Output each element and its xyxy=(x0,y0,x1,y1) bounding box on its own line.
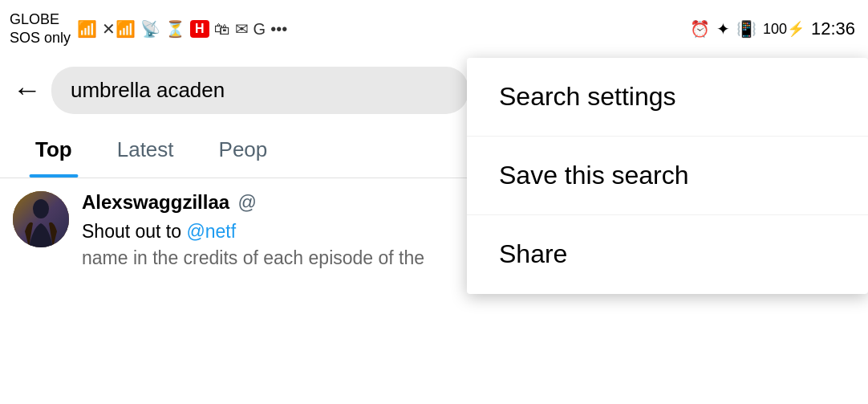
alarm-icon: ⏰ xyxy=(690,19,710,39)
tab-people[interactable]: Peop xyxy=(197,122,290,178)
more-icon: ••• xyxy=(270,20,287,39)
google-icon: G xyxy=(254,20,266,39)
signal-x-icon: ✕📶 xyxy=(102,19,136,39)
svg-point-2 xyxy=(33,199,49,218)
dropdown-item-save-search[interactable]: Save this search xyxy=(467,137,868,215)
dropdown-item-search-settings[interactable]: Search settings xyxy=(467,58,868,137)
wifi-icon: 📡 xyxy=(140,19,160,39)
carrier-name: GLOBE xyxy=(10,10,71,29)
vibrate-icon: 📳 xyxy=(736,19,756,39)
bluetooth-icon: ✦ xyxy=(716,19,730,39)
search-input[interactable]: umbrella acaden xyxy=(51,67,468,114)
back-button[interactable]: ← xyxy=(13,73,42,107)
tweet-author: Alexswaggzillaa xyxy=(82,191,229,213)
tweet-link[interactable]: @netf xyxy=(186,221,236,242)
hourglass-icon: ⏳ xyxy=(165,19,185,39)
network-type: SOS only xyxy=(10,29,71,47)
carrier-info: GLOBE SOS only xyxy=(10,10,71,48)
shopee-icon: 🛍 xyxy=(214,20,230,39)
dropdown-item-share[interactable]: Share xyxy=(467,215,868,294)
status-icons-right: ⏰ ✦ 📳 100 ⚡ 12:36 xyxy=(690,18,855,39)
gmail-icon: ✉ xyxy=(235,19,249,39)
tweet-text-1: Shout out to xyxy=(82,221,186,242)
time-display: 12:36 xyxy=(811,18,855,39)
tab-latest[interactable]: Latest xyxy=(95,122,197,178)
avatar xyxy=(13,191,69,247)
tweet-handle: @ xyxy=(238,192,257,213)
status-bar: GLOBE SOS only 📶 ✕📶 📡 ⏳ H 🛍 ✉ G ••• ⏰ ✦ … xyxy=(0,0,868,58)
tab-top[interactable]: Top xyxy=(13,122,95,178)
battery-level: 100 xyxy=(763,21,787,38)
signal-bars-icon: 📶 xyxy=(77,19,97,39)
huawei-icon: H xyxy=(190,20,209,38)
battery-icon: 100 ⚡ xyxy=(763,20,805,38)
status-icons-left: 📶 ✕📶 📡 ⏳ H 🛍 ✉ G ••• xyxy=(77,19,287,39)
dropdown-menu: Search settings Save this search Share xyxy=(467,58,868,294)
